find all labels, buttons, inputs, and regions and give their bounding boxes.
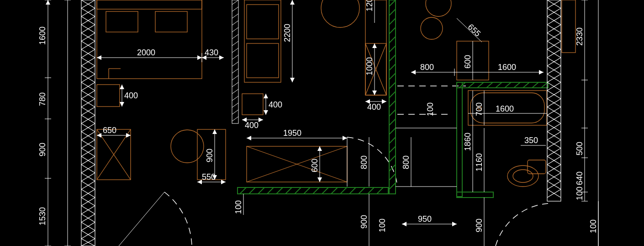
svg-rect-118	[244, 0, 281, 82]
svg-line-208	[514, 82, 520, 88]
dim-400d: 400	[365, 99, 386, 112]
door-arc-right	[496, 203, 548, 246]
dim-100c-label: 100	[575, 187, 584, 200]
svg-line-104	[232, 27, 238, 32]
svg-line-135	[276, 187, 283, 194]
dim-100d-label: 100	[378, 219, 387, 232]
svg-line-115	[232, 103, 238, 107]
svg-line-186	[389, 146, 396, 153]
svg-line-203	[468, 82, 475, 88]
svg-line-102	[232, 14, 238, 18]
svg-marker-198	[539, 70, 544, 75]
dim-900d-label: 900	[475, 219, 484, 232]
svg-point-222	[513, 170, 533, 182]
dim-2200: 2200	[283, 0, 295, 82]
svg-rect-119	[247, 5, 279, 39]
svg-point-221	[507, 166, 538, 187]
dim-2330-label: 2330	[575, 27, 584, 46]
svg-rect-74	[155, 11, 187, 32]
svg-line-142	[340, 187, 347, 194]
svg-line-188	[389, 165, 396, 171]
dim-100b-label: 100	[426, 102, 435, 116]
svg-marker-155	[317, 177, 322, 182]
svg-marker-226	[452, 222, 457, 226]
svg-line-145	[368, 187, 374, 194]
svg-line-180	[389, 91, 396, 98]
toilet-icon	[507, 160, 546, 187]
svg-rect-72	[97, 0, 202, 9]
svg-marker-6	[46, 0, 50, 5]
svg-line-146	[377, 187, 383, 194]
dim-900: 900	[38, 143, 47, 156]
dim-1200-label: 1200	[365, 0, 374, 11]
svg-line-112	[232, 82, 238, 87]
svg-line-211	[541, 82, 548, 88]
svg-line-209	[523, 82, 529, 88]
dim-400b: 400	[264, 94, 282, 115]
svg-line-117	[232, 117, 238, 121]
dim-650-label: 650	[103, 126, 116, 135]
bed-furniture	[97, 0, 202, 79]
nightstand	[97, 85, 120, 107]
dim-100a-label: 100	[234, 200, 243, 214]
shower-tray-icon	[562, 0, 575, 53]
svg-marker-165	[372, 91, 377, 95]
svg-line-131	[240, 187, 246, 194]
dim-640-label: 640	[575, 171, 584, 185]
svg-marker-125	[264, 94, 268, 98]
svg-line-116	[232, 110, 238, 114]
dim-950-label: 950	[418, 214, 432, 224]
svg-rect-199	[457, 82, 548, 88]
dim-800a: 800	[359, 137, 369, 187]
wall-right-hatched	[547, 0, 561, 201]
svg-marker-225	[402, 222, 406, 226]
door-arc-left	[119, 192, 192, 246]
dim-100d-right: 100	[589, 219, 598, 233]
dim-1600c-label: 1600	[496, 104, 514, 113]
svg-line-182	[389, 110, 396, 116]
dim-800c: 800	[401, 137, 411, 187]
dim-400c: 400	[242, 118, 263, 130]
svg-line-179	[389, 82, 396, 89]
dim-600: 600	[310, 146, 322, 182]
svg-line-206	[496, 82, 502, 88]
svg-line-177	[389, 64, 396, 70]
dim-800b-label: 800	[420, 63, 434, 72]
svg-line-183	[389, 119, 396, 125]
dim-1950-label: 1950	[283, 128, 301, 138]
dim-550: 550	[197, 172, 226, 184]
green-wall-vertical	[389, 0, 396, 194]
svg-line-144	[359, 187, 365, 194]
svg-line-100	[232, 0, 238, 5]
svg-line-172	[389, 18, 396, 25]
dim-1600b-label: 1600	[498, 63, 516, 72]
svg-line-133	[258, 187, 264, 194]
dim-2200-label: 2200	[283, 24, 292, 42]
dim-700-label: 700	[475, 102, 484, 116]
dim-655-label: 655	[466, 22, 483, 38]
svg-line-114	[232, 96, 238, 101]
svg-line-210	[532, 82, 538, 88]
dim-700: 700	[475, 91, 484, 125]
dim-600b: 600	[463, 41, 473, 80]
dim-1530: 1530	[38, 207, 47, 225]
dim-430: 430	[205, 48, 218, 57]
dim-2000: 2000	[137, 48, 155, 57]
dim-350-label: 350	[524, 136, 538, 145]
svg-line-205	[486, 82, 493, 88]
svg-rect-228	[547, 0, 561, 201]
dim-100d: 100	[378, 219, 387, 232]
svg-line-184	[389, 128, 396, 134]
sink-circle2-icon	[421, 17, 443, 39]
svg-marker-94	[221, 180, 226, 184]
dim-400d-label: 400	[367, 102, 381, 112]
green-wall-bottom	[238, 187, 388, 194]
svg-line-175	[389, 46, 396, 52]
svg-line-173	[389, 27, 396, 34]
dim-100b: 100	[426, 102, 435, 116]
svg-line-134	[267, 187, 274, 194]
dim-600b-label: 600	[463, 55, 472, 69]
svg-line-140	[322, 187, 328, 194]
dim-800a-label: 800	[359, 155, 369, 169]
svg-line-185	[389, 137, 396, 144]
